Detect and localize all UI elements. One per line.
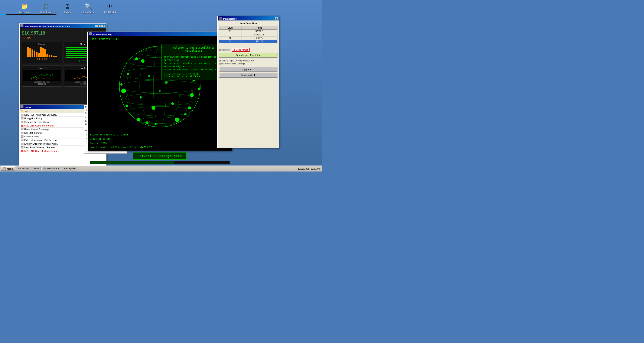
storage-bars [23,46,60,57]
svg-point-28 [152,106,155,110]
hw-maximize-btn[interactable]: □ [99,25,102,27]
svg-point-36 [146,121,148,124]
marketplace-section-title: Item Selection [219,22,278,25]
svg-point-6 [129,106,191,116]
inbox-item-10-icon [21,146,24,148]
system-icon[interactable]: 🖥 System [60,2,74,14]
music-player-icon[interactable]: 🎵 MusicPlayer [38,2,53,14]
svg-point-27 [171,102,174,105]
svg-point-32 [148,75,150,77]
marketplace-row-5[interactable] [219,43,278,44]
biometric-yield: Biometric data yield: 15843 [90,133,230,137]
start-button[interactable]: 🪟 Menu [1,166,15,171]
inbox-item-4-icon [21,125,24,127]
storage-panel: Storage 1.1 / 2 TB [22,42,62,64]
marketplace-title: Marketplace [223,18,237,20]
svg-point-18 [175,118,179,122]
globe-area: Welcome to the Surveillance Visualiser! … [88,42,232,131]
svg-point-20 [137,118,140,121]
uses-power-badge: ⚠ Uses Power [232,48,250,52]
surveillance-icon[interactable]: 🔍 Surveillance [81,2,96,14]
inbox-item-9-icon [21,143,24,145]
downgrade-btn[interactable]: Downgrade ⬇ [219,73,278,78]
marketplace-titlebar[interactable]: Marketplace ✕ [218,16,279,21]
surveillance-titlebar[interactable]: Surveillance Hub _ ✕ [88,32,232,36]
desktop-icons: 📁 Documents 🎵 MusicPlayer 🖥 System 🔍 Sur… [17,2,117,14]
harvest-btn[interactable]: Harvest & Package data [133,152,186,160]
svg-point-23 [127,73,129,75]
storage-label: Storage [23,43,60,46]
svg-point-21 [126,105,128,107]
hw-minimize-btn[interactable]: _ [96,25,98,27]
marketplace-icon [219,17,222,20]
power-panel: Power ⚠ Used: 380.35 MWh $2312.96 [22,66,62,87]
svg-point-29 [140,96,142,98]
progress-fill [90,161,174,164]
power-used: Used: 380.35 MWh [23,81,60,83]
inbox-item-11-icon [21,150,24,152]
marketplace-window: Marketplace ✕ Item Selection Level Price… [217,16,279,148]
inbox-title: Inbox [25,106,31,109]
inbox-folder-label: Inbox [25,110,30,112]
taskbar-surveillance[interactable]: Surveillance Hub [41,167,61,170]
hw-monitor-icon [20,24,24,27]
svg-point-30 [159,90,161,92]
taskbar-marketplace[interactable]: Marketplace [62,167,77,170]
marketplace-divider [219,46,278,46]
storage-value: 1.1 / 2 TB [23,58,60,60]
svg-point-17 [188,106,191,109]
surveillance-title: Surveillance Hub [93,33,112,36]
marketplace-content: Item Selection Level Price 11 $7612.5 [218,21,279,148]
size-label: Size: 21.39 GB [90,137,230,141]
inbox-item-3-icon [21,121,24,123]
inbox-item-8-icon [21,139,24,141]
marketplace-row-4-selected[interactable]: 13 $21225 [219,40,278,43]
svg-point-35 [120,83,122,86]
inbox-item-2-icon [21,117,24,119]
power-cost: $2312.96 [23,83,60,85]
svg-point-24 [135,57,138,60]
marketplace-row-3[interactable]: 15 $28225 [219,37,278,40]
music-seekbar[interactable] [1,14,56,15]
surveillance-title-icon [89,33,92,36]
svg-point-5 [122,93,198,105]
svg-point-31 [165,81,168,84]
info-box-title: Welcome to the Surveillance Visualiser! [164,46,224,52]
svg-point-16 [190,93,194,97]
taskbar-inbox[interactable]: Inbox [32,167,41,170]
marketplace-row-1[interactable]: 11 $7612.5 [219,30,278,33]
hw-close-btn[interactable]: ✕ [102,25,105,27]
taskbar-hw-monitor[interactable]: HW Monitor [16,167,31,170]
marketplace-close-btn[interactable]: ✕ [275,17,278,20]
taskbar: 🪟 Menu HW Monitor Inbox Surveillance Hub… [0,166,322,172]
svg-point-34 [198,88,200,90]
inbox-item-5-icon [21,128,24,130]
start-label: Menu [7,167,13,170]
cooling-text: gs getting high? Cooling reduces the sys… [219,59,278,65]
svg-point-22 [121,89,126,93]
svg-point-37 [184,113,186,115]
total-cameras: Total Cameras: 9602 [88,36,232,42]
documents-icon[interactable]: 📁 Documents [17,2,32,14]
inbox-item-6-icon [21,132,24,134]
progress-bar [90,161,230,164]
power-graph [23,70,60,81]
surveillance-content: Total Cameras: 9602 [88,36,232,151]
start-icon: 🪟 [3,167,6,170]
progress-area [88,161,232,165]
marketplace-table: Level Price 11 $7612.5 $35912.25 15 [219,26,278,44]
faceminer-icon[interactable]: 👁 FACEMINER [102,2,117,14]
inbox-item-1-icon [21,114,24,116]
hw-monitor-titlebar[interactable]: Hardware & Infrastructure Monitor: #06B … [20,24,106,28]
svg-point-12 [141,59,144,63]
open-impact-btn[interactable]: Open Impact Prediction [219,53,278,58]
surveillance-stats: Biometric data yield: 15843 Size: 21.39 … [88,131,232,151]
marketplace-row-2[interactable]: $35912.25 [219,33,278,37]
upgrade-btn[interactable]: Upgrade ⬆ [219,67,278,72]
taskbar-items: HW Monitor Inbox Surveillance Hub Market… [16,167,77,170]
purity-label: Purity: 100% [90,141,230,145]
surveillance-hub-window: Surveillance Hub _ ✕ Total Cameras: 9602 [87,32,232,151]
taskbar-datetime: 12/02/1999, 22:31:09 [298,167,321,170]
inbox-folder-icon: 📁 [21,110,24,112]
temperature-label: temperature [219,49,230,51]
